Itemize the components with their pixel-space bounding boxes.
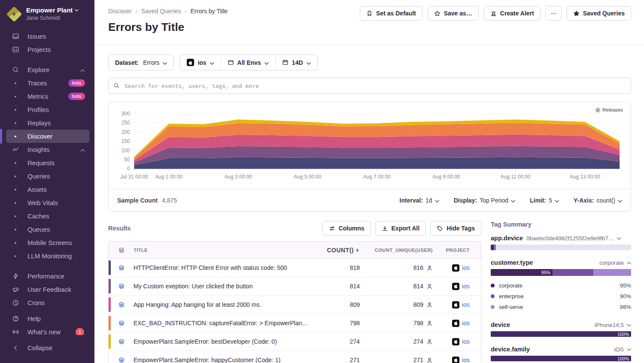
bullet-icon: •	[11, 212, 20, 220]
column-header-count[interactable]: COUNT()	[308, 247, 360, 254]
tag-legend-row[interactable]: self-serve86%	[491, 302, 631, 312]
sidebar-item-projects[interactable]: Projects	[6, 43, 89, 56]
issues-icon	[11, 33, 20, 40]
tag-distribution-bar[interactable]: 95%	[491, 269, 631, 276]
column-header-title[interactable]: TITLE	[134, 248, 308, 253]
project-filter[interactable]: ios	[180, 55, 220, 70]
tag-distribution-bar[interactable]: 100%	[491, 331, 631, 337]
tag-distribution-bar[interactable]: 100%	[491, 356, 631, 361]
stack-icon[interactable]	[109, 357, 134, 363]
table-row[interactable]: HTTPClientError: HTTP Client Error with …	[109, 259, 481, 277]
interval-selector[interactable]: Interval:1d	[400, 197, 439, 204]
saved-queries-button[interactable]: Saved Queries	[567, 6, 631, 21]
table-row[interactable]: EXC_BAD_INSTRUCTION: captureFatalError: …	[109, 314, 481, 333]
project-cell: ios	[433, 357, 481, 363]
export-all-button[interactable]: Export All	[375, 221, 426, 236]
sidebar-item-issues[interactable]: Issues	[6, 30, 89, 43]
sidebar-item-discover[interactable]: •Discover	[6, 130, 89, 143]
sidebar-item-requests[interactable]: •Requests	[6, 156, 89, 169]
tag-header[interactable]: device.familyiOS	[491, 346, 631, 353]
sidebar-item-metrics[interactable]: •Metricsbeta	[6, 90, 89, 103]
breadcrumb-discover[interactable]: Discover	[108, 8, 131, 15]
stack-icon[interactable]	[109, 320, 134, 327]
project-link[interactable]: ios	[462, 320, 470, 327]
table-row[interactable]: EmpowerPlant.SampleError: happyCustomer …	[109, 351, 481, 363]
error-title-link[interactable]: EXC_BAD_INSTRUCTION: captureFatalError: …	[134, 320, 308, 327]
page-filter-group: ios All Envs 14D	[180, 54, 317, 70]
stack-icon[interactable]	[109, 283, 134, 290]
sidebar-item-label: Queries	[27, 172, 50, 180]
limit-selector[interactable]: Limit:5	[530, 197, 559, 204]
person-icon	[426, 302, 433, 308]
sidebar-item-crons[interactable]: Crons	[6, 296, 89, 309]
column-header-count-unique[interactable]: COUNT_UNIQUE(USER)	[360, 248, 433, 253]
sidebar-item-queues[interactable]: •Queues	[6, 223, 89, 236]
search-input[interactable]	[108, 78, 631, 94]
y-axis-selector[interactable]: Y-Axis:count()	[574, 197, 622, 204]
column-header-project[interactable]: PROJECT	[433, 248, 481, 253]
tag-bar-segment: 100%	[491, 356, 631, 361]
stacked-area-chart: 050100150200250300Jul 31 00:00Aug 1 00:0…	[110, 106, 627, 187]
legend-dot-icon	[491, 284, 495, 287]
columns-button[interactable]: Columns	[322, 221, 371, 236]
chart-legend-releases[interactable]: Releases	[596, 107, 623, 112]
sidebar-item-queries[interactable]: •Queries	[6, 169, 89, 183]
tag-header[interactable]: deviceiPhone14,5	[491, 321, 631, 328]
set-as-default-button[interactable]: Set as Default	[360, 6, 422, 21]
sidebar-item-mobile-screens[interactable]: •Mobile Screens	[6, 236, 89, 249]
tag-header[interactable]: customer.typecorporate	[491, 259, 631, 266]
error-title-link[interactable]: EmpowerPlant.SampleError: happyCustomer …	[134, 357, 308, 363]
breadcrumb-saved-queries[interactable]: Saved Queries	[141, 8, 181, 15]
environment-filter[interactable]: All Envs	[221, 55, 275, 70]
org-switcher[interactable]: Empower Plant Jane Schmidt	[0, 0, 94, 27]
stack-icon[interactable]	[109, 264, 134, 271]
sidebar-item-performance[interactable]: Performance	[6, 269, 89, 283]
svg-text:Aug 13 00:00: Aug 13 00:00	[570, 174, 600, 180]
person-icon	[426, 265, 433, 271]
sidebar-item-caches[interactable]: •Caches	[6, 209, 89, 223]
sidebar-item-help[interactable]: Help	[6, 312, 89, 325]
dataset-selector[interactable]: Dataset: Errors	[108, 54, 174, 70]
search-bar	[108, 78, 631, 94]
error-title-link[interactable]: HTTPClientError: HTTP Client Error with …	[134, 264, 308, 271]
collapse-button[interactable]: Collapse	[6, 341, 89, 354]
date-range-filter[interactable]: 14D	[275, 55, 317, 70]
error-title-link[interactable]: EmpowerPlant.SampleError: bestDeveloper …	[134, 338, 308, 345]
error-title-link[interactable]: App Hanging: App hanging for at least 20…	[134, 301, 308, 308]
table-row[interactable]: My Custom exeption: User clicked the but…	[109, 277, 481, 296]
chevron-down-icon	[511, 197, 515, 204]
sidebar-item-user-feedback[interactable]: User Feedback	[6, 283, 89, 296]
sidebar-item-assets[interactable]: •Assets	[6, 183, 89, 196]
project-link[interactable]: ios	[462, 283, 470, 290]
sidebar-item-web-vitals[interactable]: •Web Vitals	[6, 196, 89, 209]
error-title-link[interactable]: My Custom exeption: User clicked the but…	[134, 283, 308, 290]
tag-distribution-bar[interactable]	[491, 245, 631, 250]
sidebar-item-what-s-new[interactable]: What's new1	[6, 325, 89, 335]
stack-icon[interactable]	[109, 338, 134, 345]
apple-icon	[452, 320, 459, 327]
chart-card: Releases 050100150200250300Jul 31 00:00A…	[108, 102, 631, 212]
stack-icon[interactable]	[109, 301, 134, 308]
display-selector[interactable]: Display:Top Period	[454, 197, 515, 204]
table-row[interactable]: App Hanging: App hanging for at least 20…	[109, 296, 481, 314]
table-row[interactable]: EmpowerPlant.SampleError: bestDeveloper …	[109, 333, 481, 351]
sidebar-item-profiles[interactable]: •Profiles	[6, 103, 89, 116]
sidebar-item-replays[interactable]: •Replays	[6, 116, 89, 130]
more-options-button[interactable]	[546, 6, 562, 21]
sidebar-item-traces[interactable]: •Tracesbeta	[6, 76, 89, 90]
hide-tags-button[interactable]: Hide Tags	[430, 221, 481, 236]
sidebar-item-explore[interactable]: Explore	[6, 63, 89, 76]
sidebar-item-insights[interactable]: Insights	[6, 143, 89, 156]
project-link[interactable]: ios	[462, 338, 470, 345]
save-as-button[interactable]: Save as…	[428, 6, 479, 21]
tag-legend-row[interactable]: enterprise90%	[491, 291, 631, 302]
project-link[interactable]: ios	[462, 357, 470, 363]
project-link[interactable]: ios	[462, 264, 470, 271]
project-link[interactable]: ios	[462, 301, 470, 308]
create-alert-button[interactable]: Create Alert	[484, 6, 541, 21]
tag-header[interactable]: app.device0baebc0de4982f1255f2e9e9fb7…	[491, 235, 631, 242]
tag-legend-row[interactable]: corporate95%	[491, 280, 631, 291]
chevron-down-icon	[210, 59, 214, 66]
tag-bar-segment: 100%	[491, 331, 631, 337]
sidebar-item-llm-monitoring[interactable]: •LLM Monitoring	[6, 249, 89, 263]
